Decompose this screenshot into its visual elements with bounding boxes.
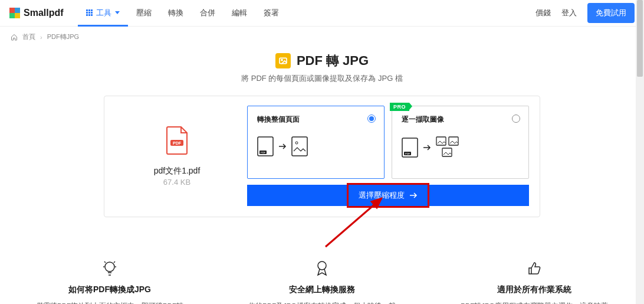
page-title-wrap: PDF 轉 JPG: [275, 52, 369, 70]
option-convert-pages[interactable]: 轉換整個頁面 PDF: [247, 106, 385, 179]
nav-sign[interactable]: 簽署: [255, 0, 287, 26]
scrollbar[interactable]: [636, 0, 644, 304]
svg-text:PDF: PDF: [405, 152, 410, 155]
home-icon: [11, 34, 18, 41]
grid-icon: [86, 9, 93, 16]
choose-button-label: 選擇壓縮程度: [359, 191, 405, 201]
arrow-right-icon: [423, 144, 431, 151]
nav-tools-label: 工具: [96, 8, 111, 18]
file-name: pdf文件1.pdf: [154, 166, 201, 176]
svg-text:PDF: PDF: [261, 151, 266, 154]
extract-images-illustration: PDF: [402, 136, 519, 159]
feature-os: 適用於所有作業系統 PDF轉JPG應用程式在瀏覽器內運作，這意味著只要你使用最新…: [461, 259, 608, 304]
svg-rect-14: [442, 148, 452, 156]
feature-desc: 你的PDF及JPG檔案在轉換完成一個小時後，就會從我們的伺服器刪除。無人能夠: [248, 301, 396, 304]
hero: PDF 轉 JPG 將 PDF 的每個頁面或圖像提取及保存為 JPG 檔: [0, 52, 644, 84]
feature-secure: 安全網上轉換服務 你的PDF及JPG檔案在轉換完成一個小時後，就會從我們的伺服器…: [248, 259, 396, 304]
svg-rect-13: [449, 137, 458, 145]
svg-rect-12: [436, 137, 446, 145]
feature-title: 適用於所有作業系統: [461, 285, 608, 295]
brand-logo[interactable]: Smallpdf: [9, 8, 64, 18]
option-extract-images[interactable]: PRO 逐一擷取圖像 PDF: [392, 106, 529, 179]
feature-title: 安全網上轉換服務: [248, 285, 396, 295]
breadcrumb: 首頁 › PDF轉JPG: [0, 26, 644, 47]
nav-pricing[interactable]: 價錢: [535, 8, 551, 18]
nav-merge[interactable]: 合併: [192, 0, 224, 26]
option-extract-images-label: 逐一擷取圖像: [402, 115, 519, 125]
nav-compress[interactable]: 壓縮: [128, 0, 160, 26]
arrow-right-icon: [409, 192, 418, 199]
radio-convert-pages[interactable]: [367, 115, 376, 123]
file-preview: PDF pdf文件1.pdf 67.4 KB: [115, 106, 239, 206]
breadcrumb-separator: ›: [40, 34, 42, 41]
image-icon: [275, 53, 291, 68]
brand-name: Smallpdf: [24, 8, 64, 18]
lightbulb-icon: [36, 259, 183, 279]
arrow-right-icon: [278, 143, 287, 150]
nav-login[interactable]: 登入: [561, 8, 577, 18]
features-row: 如何将PDF轉換成JPG 僅需將PDF拖放到上面的方框中，即可將PDF轉換成JP…: [0, 259, 644, 304]
main-card: PDF pdf文件1.pdf 67.4 KB 轉換整個頁面 PDF: [104, 96, 540, 217]
options-column: 轉換整個頁面 PDF PRO 逐一擷取圖像 PDF: [247, 106, 529, 206]
feature-desc: PDF轉JPG應用程式在瀏覽器內運作，這意味著只要你使用最新的瀏覽器，便可在任: [461, 301, 608, 304]
nav-tools[interactable]: 工具: [78, 1, 128, 27]
svg-point-1: [281, 60, 282, 61]
svg-point-8: [295, 142, 298, 144]
option-convert-pages-label: 轉換整個頁面: [257, 115, 374, 125]
feature-howto: 如何将PDF轉換成JPG 僅需將PDF拖放到上面的方框中，即可將PDF轉換成JP…: [36, 259, 183, 304]
feature-title: 如何将PDF轉換成JPG: [36, 285, 183, 295]
main-row: PDF pdf文件1.pdf 67.4 KB 轉換整個頁面 PDF: [115, 106, 529, 206]
nav-right: 價錢 登入 免費試用: [535, 3, 635, 23]
svg-text:PDF: PDF: [173, 141, 182, 145]
svg-rect-7: [292, 137, 307, 156]
options-row: 轉換整個頁面 PDF PRO 逐一擷取圖像 PDF: [247, 106, 529, 179]
breadcrumb-home[interactable]: 首頁: [22, 32, 35, 41]
badge-icon: [248, 259, 396, 279]
scrollbar-thumb[interactable]: [637, 0, 643, 77]
radio-extract-images[interactable]: [512, 115, 520, 123]
breadcrumb-current: PDF轉JPG: [47, 32, 79, 41]
chevron-down-icon: [115, 11, 120, 14]
svg-point-17: [318, 261, 326, 270]
pro-badge: PRO: [390, 103, 409, 111]
convert-pages-illustration: PDF: [257, 136, 374, 156]
logo-icon: [9, 8, 20, 18]
nav-convert[interactable]: 轉換: [160, 0, 192, 26]
thumbs-up-icon: [461, 259, 608, 279]
file-size: 67.4 KB: [163, 178, 190, 187]
top-nav: Smallpdf 工具 壓縮 轉換 合併 編輯 簽署 價錢 登入 免費試用: [0, 0, 644, 26]
nav-edit[interactable]: 編輯: [224, 0, 255, 26]
nav-items: 工具 壓縮 轉換 合併 編輯 簽署: [78, 0, 287, 27]
choose-compression-button[interactable]: 選擇壓縮程度: [247, 185, 529, 206]
try-free-button[interactable]: 免費試用: [587, 3, 635, 23]
page-subtitle: 將 PDF 的每個頁面或圖像提取及保存為 JPG 檔: [0, 73, 644, 84]
svg-point-16: [105, 262, 114, 272]
page-title: PDF 轉 JPG: [297, 52, 369, 70]
feature-desc: 僅需將PDF拖放到上面的方框中，即可將PDF轉換成JPG。之後你可以選擇偏好保存: [36, 301, 183, 304]
pdf-file-icon: PDF: [165, 126, 189, 158]
